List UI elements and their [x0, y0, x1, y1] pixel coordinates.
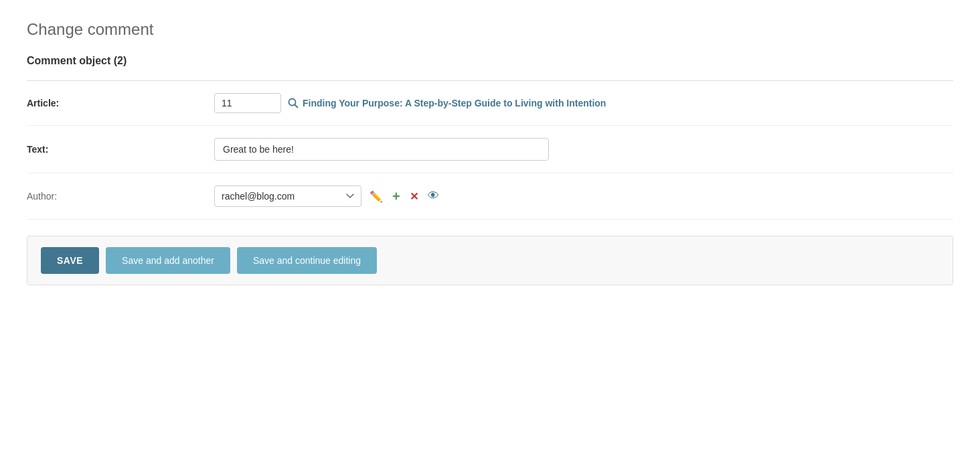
- save-continue-editing-button[interactable]: Save and continue editing: [237, 247, 377, 274]
- article-row: Article: Finding Your Purpose: A Step-by…: [27, 81, 953, 126]
- actions-bar: SAVE Save and add another Save and conti…: [27, 236, 953, 285]
- search-icon: [288, 98, 299, 108]
- article-input[interactable]: [214, 93, 281, 113]
- eye-icon: 👁: [428, 190, 439, 203]
- article-label: Article:: [27, 98, 214, 108]
- clear-author-button[interactable]: ✕: [408, 189, 420, 204]
- section-title: Comment object (2): [27, 55, 953, 67]
- author-field: rachel@blog.com ✏️ + ✕ 👁: [214, 185, 953, 207]
- save-button[interactable]: SAVE: [41, 247, 99, 274]
- text-field: [214, 138, 953, 161]
- form-container: Article: Finding Your Purpose: A Step-by…: [27, 80, 953, 220]
- view-author-button[interactable]: 👁: [426, 188, 440, 204]
- save-add-another-button[interactable]: Save and add another: [106, 247, 230, 274]
- pencil-icon: ✏️: [370, 190, 383, 203]
- text-input[interactable]: [214, 138, 549, 161]
- author-select[interactable]: rachel@blog.com: [214, 185, 361, 207]
- edit-author-button[interactable]: ✏️: [368, 189, 384, 204]
- svg-line-1: [295, 105, 298, 108]
- page-container: Change comment Comment object (2) Articl…: [0, 0, 980, 305]
- page-title: Change comment: [27, 20, 953, 39]
- x-icon: ✕: [410, 190, 418, 203]
- add-author-button[interactable]: +: [391, 188, 402, 204]
- article-field: Finding Your Purpose: A Step-by-Step Gui…: [214, 93, 953, 113]
- text-row: Text:: [27, 126, 953, 173]
- text-label: Text:: [27, 144, 214, 155]
- plus-icon: +: [392, 190, 400, 203]
- article-link[interactable]: Finding Your Purpose: A Step-by-Step Gui…: [288, 98, 606, 108]
- author-row: Author: rachel@blog.com ✏️ + ✕ 👁: [27, 173, 953, 220]
- author-label: Author:: [27, 191, 214, 202]
